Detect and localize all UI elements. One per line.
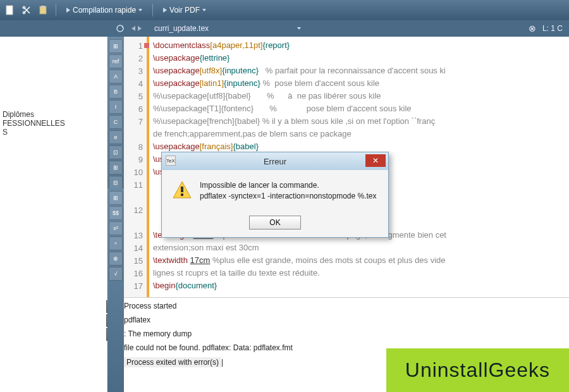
toolbar-divider <box>56 4 56 16</box>
dialog-message-2: pdflatex -synctex=1 -interaction=nonstop… <box>200 192 377 200</box>
chevron-down-icon <box>297 27 301 30</box>
tab-bar: curri_update.tex ⊗ L: 1 C <box>0 20 569 37</box>
format-button[interactable]: ref <box>109 54 123 68</box>
file-tab[interactable]: curri_update.tex <box>147 22 309 35</box>
svg-rect-4 <box>41 6 45 8</box>
dialog-footer: OK <box>162 212 388 237</box>
compile-dropdown[interactable]: Compilation rapide <box>63 4 146 16</box>
math-button[interactable]: $$ <box>109 206 123 220</box>
math-button[interactable]: ⊕ <box>109 252 123 266</box>
tab-filename: curri_update.tex <box>154 24 209 33</box>
format-button[interactable]: A <box>109 70 123 83</box>
chevron-down-icon <box>202 9 206 11</box>
main-toolbar: Compilation rapide Voir PDF <box>0 0 569 20</box>
format-button[interactable]: I <box>109 100 123 114</box>
format-button[interactable]: ⊞ <box>109 161 123 175</box>
console-line: pdflatex <box>124 315 569 324</box>
console-line: : The memory dump <box>124 329 569 338</box>
math-sidebar: ⊞$$x²÷⊕√ <box>107 188 124 392</box>
svg-rect-7 <box>181 187 183 192</box>
console-exit-line: Process exited with error(s) <box>124 357 221 367</box>
tab-status-area: ⊗ L: 1 C <box>529 23 563 34</box>
format-button[interactable]: ⊟ <box>109 176 123 190</box>
console-line: Process started <box>124 302 569 310</box>
view-dropdown[interactable]: Voir PDF <box>159 4 210 16</box>
toolbar-divider <box>152 4 153 16</box>
math-button[interactable]: ⊞ <box>109 191 123 205</box>
refresh-icon[interactable] <box>114 22 126 35</box>
math-button[interactable]: √ <box>109 267 123 281</box>
compile-label: Compilation rapide <box>73 6 136 15</box>
back-icon[interactable] <box>132 26 135 31</box>
math-button[interactable]: ÷ <box>109 236 123 250</box>
dialog-message-1: Impossible de lancer la commande. <box>200 181 319 190</box>
close-tab-icon[interactable]: ⊗ <box>529 23 536 34</box>
chevron-down-icon <box>138 9 142 11</box>
line-gutter: 12345678910111213141516171819 <box>124 37 149 297</box>
watermark: UninstallGeeks <box>386 348 569 392</box>
format-button[interactable]: ⊞ <box>109 39 123 53</box>
warning-icon <box>172 180 192 200</box>
paste-icon[interactable] <box>37 4 49 16</box>
math-button[interactable]: x² <box>109 221 123 235</box>
nav-back-forward[interactable] <box>132 26 142 31</box>
dialog-title-text: Erreur <box>264 157 286 166</box>
dialog-titlebar[interactable]: TeX Erreur ✕ <box>162 152 388 170</box>
file-icon[interactable] <box>4 4 16 16</box>
structure-panel: DiplômesFESSIONNELLESS <box>0 37 107 392</box>
format-button[interactable]: B <box>109 85 123 99</box>
cursor-position: L: 1 C <box>542 24 563 33</box>
error-dialog: TeX Erreur ✕ Impossible de lancer la com… <box>161 152 389 238</box>
ok-button[interactable]: OK <box>249 216 301 230</box>
dialog-close-button[interactable]: ✕ <box>365 154 386 167</box>
format-button[interactable]: ⊡ <box>109 145 123 159</box>
dialog-body: Impossible de lancer la commande. pdflat… <box>162 170 388 212</box>
view-label: Voir PDF <box>169 6 200 15</box>
play-icon <box>66 8 70 13</box>
format-button[interactable]: C <box>109 115 123 129</box>
play-icon <box>163 8 167 13</box>
dialog-app-icon: TeX <box>166 156 176 166</box>
structure-item[interactable]: S <box>3 128 104 137</box>
structure-item[interactable]: Diplômes <box>3 110 104 119</box>
forward-icon[interactable] <box>138 26 142 31</box>
svg-rect-0 <box>6 6 13 15</box>
structure-item[interactable]: FESSIONNELLES <box>3 119 104 128</box>
svg-rect-8 <box>181 193 183 196</box>
scissors-icon[interactable] <box>20 4 33 16</box>
format-button[interactable]: e <box>109 130 123 144</box>
